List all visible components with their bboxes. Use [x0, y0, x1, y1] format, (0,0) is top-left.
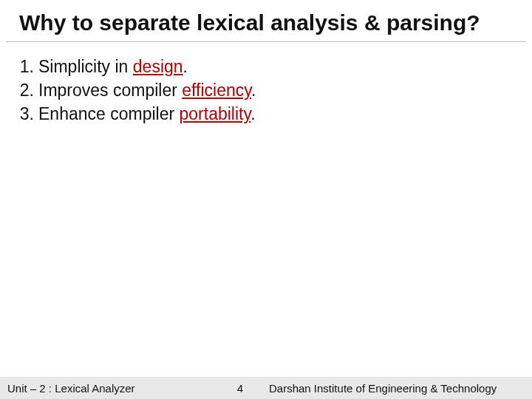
- list-number: 1.: [16, 55, 38, 78]
- list-item: 2. Improves compiler efficiency.: [16, 79, 516, 102]
- list-text: Enhance compiler portability.: [38, 103, 256, 126]
- accent-word: design: [133, 57, 183, 76]
- list-item: 1. Simplicity in design.: [16, 55, 516, 78]
- text-pre: Improves compiler: [38, 81, 182, 100]
- footer-unit: Unit – 2 : Lexical Analyzer: [0, 377, 222, 399]
- slide-title: Why to separate lexical analysis & parsi…: [6, 0, 526, 42]
- list-text: Simplicity in design.: [38, 55, 188, 78]
- list-text: Improves compiler efficiency.: [38, 79, 256, 102]
- text-post: .: [250, 104, 255, 123]
- list-number: 2.: [16, 79, 38, 102]
- accent-word: efficiency: [182, 81, 251, 100]
- footer-institute: Darshan Institute of Engineering & Techn…: [259, 377, 532, 399]
- list-number: 3.: [16, 103, 38, 126]
- content-area: 1. Simplicity in design. 2. Improves com…: [0, 42, 532, 126]
- text-pre: Enhance compiler: [38, 104, 180, 123]
- text-post: .: [183, 57, 188, 76]
- slide: Why to separate lexical analysis & parsi…: [0, 0, 532, 399]
- footer-page-number: 4: [222, 377, 259, 399]
- list-item: 3. Enhance compiler portability.: [16, 103, 516, 126]
- text-post: .: [251, 81, 256, 100]
- footer: Unit – 2 : Lexical Analyzer 4 Darshan In…: [0, 377, 532, 399]
- accent-word: portability: [180, 104, 251, 123]
- text-pre: Simplicity in: [38, 57, 133, 76]
